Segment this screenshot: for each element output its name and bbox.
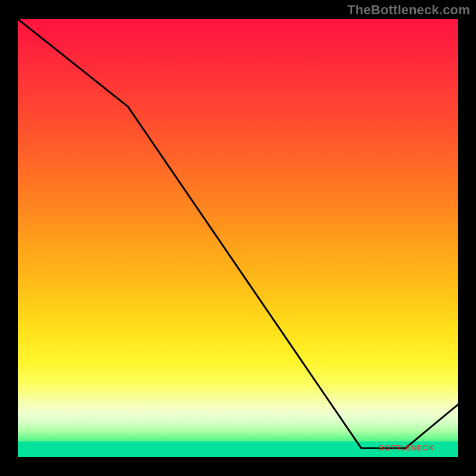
attribution-label: TheBottleneck.com [347, 2, 470, 18]
bottleneck-curve [18, 19, 458, 457]
watermark-label: BOTTLENECK [378, 443, 434, 452]
plot-area: BOTTLENECK [18, 19, 458, 457]
curve-path [18, 19, 458, 448]
chart-container: TheBottleneck.com BOTTLENECK [0, 0, 476, 476]
